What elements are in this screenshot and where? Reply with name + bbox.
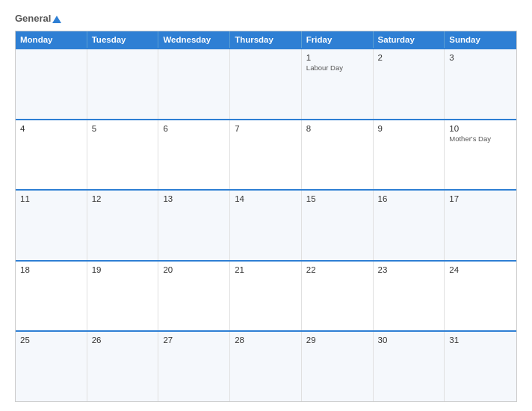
calendar-cell: 26: [87, 332, 159, 401]
header-monday: Monday: [16, 31, 87, 48]
header-tuesday: Tuesday: [87, 31, 159, 48]
cell-day-number: 8: [306, 124, 368, 133]
calendar-cell: 4: [16, 120, 87, 190]
cell-day-number: 24: [449, 265, 512, 274]
calendar-page: General Monday Tuesday Wednesday Thursda…: [0, 0, 532, 411]
cell-day-number: 20: [163, 265, 225, 274]
calendar-cell: [230, 49, 302, 119]
logo: General: [15, 13, 61, 23]
cell-day-number: 16: [378, 194, 440, 203]
calendar-cell: 9: [374, 120, 445, 190]
calendar-cell: 22: [302, 262, 374, 331]
calendar-cell: 27: [158, 332, 230, 401]
cell-day-number: 1: [306, 53, 368, 62]
header-sunday: Sunday: [445, 31, 516, 48]
calendar-cell: 25: [16, 332, 87, 401]
cell-day-number: 25: [20, 336, 82, 344]
cell-event-label: Labour Day: [306, 64, 368, 72]
calendar-cell: [16, 49, 87, 119]
calendar-body: 1Labour Day2345678910Mother's Day1112131…: [16, 48, 516, 401]
cell-event-label: Mother's Day: [449, 135, 512, 143]
calendar-cell: 5: [87, 120, 159, 190]
cell-day-number: 29: [306, 336, 368, 344]
header-thursday: Thursday: [230, 31, 302, 48]
calendar-header: Monday Tuesday Wednesday Thursday Friday…: [16, 31, 516, 48]
cell-day-number: 5: [92, 124, 154, 133]
cell-day-number: 19: [92, 265, 154, 274]
cell-day-number: 15: [306, 194, 368, 203]
calendar-cell: 23: [374, 262, 445, 331]
calendar-cell: 19: [87, 262, 159, 331]
calendar-cell: 14: [230, 191, 302, 260]
cell-day-number: 18: [20, 265, 82, 274]
calendar-cell: 28: [230, 332, 302, 401]
header-wednesday: Wednesday: [158, 31, 230, 48]
calendar-cell: 3: [445, 49, 516, 119]
cell-day-number: 17: [449, 194, 512, 203]
logo-triangle-icon: [52, 16, 61, 23]
calendar-cell: 16: [374, 191, 445, 260]
calendar-week-5: 25262728293031: [16, 330, 516, 401]
calendar-cell: 18: [16, 262, 87, 331]
calendar-week-2: 45678910Mother's Day: [16, 119, 516, 190]
cell-day-number: 7: [235, 124, 297, 133]
cell-day-number: 12: [92, 194, 154, 203]
calendar-cell: 29: [302, 332, 374, 401]
cell-day-number: 30: [378, 336, 440, 344]
cell-day-number: 6: [163, 124, 225, 133]
calendar-cell: 31: [445, 332, 516, 401]
calendar-cell: 30: [374, 332, 445, 401]
header-friday: Friday: [302, 31, 374, 48]
calendar-week-3: 11121314151617: [16, 189, 516, 260]
cell-day-number: 22: [306, 265, 368, 274]
cell-day-number: 3: [449, 53, 512, 62]
cell-day-number: 10: [449, 124, 512, 133]
calendar-cell: 21: [230, 262, 302, 331]
calendar-cell: [87, 49, 159, 119]
cell-day-number: 9: [378, 124, 440, 133]
cell-day-number: 27: [163, 336, 225, 344]
calendar-week-1: 1Labour Day23: [16, 48, 516, 119]
calendar-cell: 12: [87, 191, 159, 260]
calendar-cell: 7: [230, 120, 302, 190]
cell-day-number: 28: [235, 336, 297, 344]
logo-general: General: [15, 13, 61, 23]
calendar-cell: 20: [158, 262, 230, 331]
calendar-grid: Monday Tuesday Wednesday Thursday Friday…: [15, 31, 517, 402]
calendar-cell: 10Mother's Day: [445, 120, 516, 190]
calendar-cell: [158, 49, 230, 119]
calendar-week-4: 18192021222324: [16, 260, 516, 331]
cell-day-number: 23: [378, 265, 440, 274]
cell-day-number: 11: [20, 194, 82, 203]
cell-day-number: 4: [20, 124, 82, 133]
cell-day-number: 14: [235, 194, 297, 203]
calendar-cell: 2: [374, 49, 445, 119]
calendar-cell: 6: [158, 120, 230, 190]
header-saturday: Saturday: [374, 31, 445, 48]
cell-day-number: 2: [378, 53, 440, 62]
calendar-cell: 1Labour Day: [302, 49, 374, 119]
cell-day-number: 13: [163, 194, 225, 203]
page-header: General: [15, 13, 517, 23]
calendar-cell: 17: [445, 191, 516, 260]
calendar-cell: 13: [158, 191, 230, 260]
calendar-cell: 8: [302, 120, 374, 190]
cell-day-number: 26: [92, 336, 154, 344]
cell-day-number: 31: [449, 336, 512, 344]
cell-day-number: 21: [235, 265, 297, 274]
calendar-cell: 11: [16, 191, 87, 260]
calendar-cell: 24: [445, 262, 516, 331]
calendar-cell: 15: [302, 191, 374, 260]
